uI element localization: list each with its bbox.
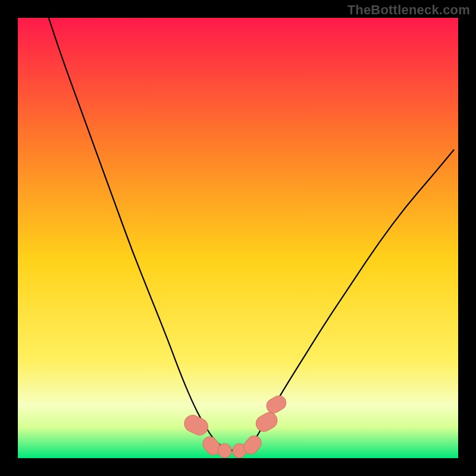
bottleneck-chart [0,0,476,476]
chart-frame: TheBottleneck.com [0,0,476,476]
plot-area [18,18,458,458]
watermark-text: TheBottleneck.com [347,2,470,18]
